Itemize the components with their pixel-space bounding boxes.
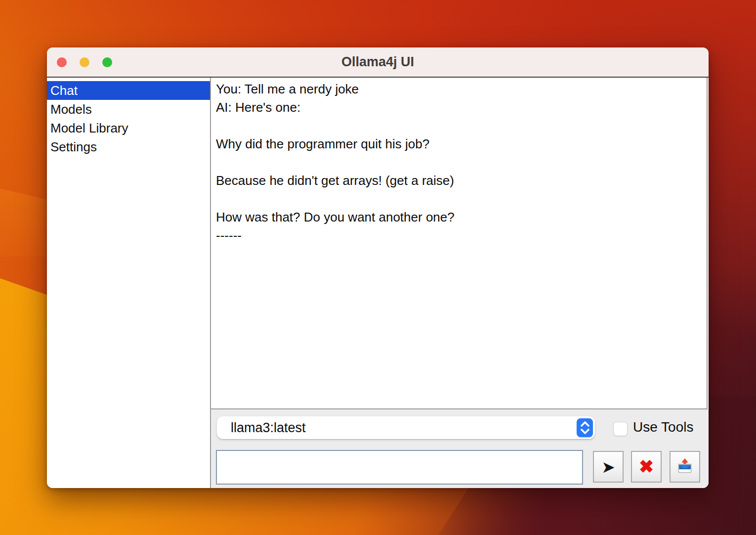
chat-pane: You: Tell me a nerdy joke AI: Here's one…: [211, 78, 709, 488]
send-icon: ➤: [601, 459, 615, 475]
model-select-value: llama3:latest: [217, 420, 577, 436]
close-button[interactable]: [57, 57, 67, 67]
use-tools-checkbox[interactable]: [613, 422, 628, 436]
sidebar-nav: Chat Models Model Library Settings: [47, 78, 211, 488]
export-outbox-icon: [676, 457, 694, 477]
minimize-button[interactable]: [80, 57, 89, 67]
window-content: Chat Models Model Library Settings You: …: [47, 77, 709, 488]
cancel-button[interactable]: ✖: [631, 451, 662, 483]
sidebar-item-chat[interactable]: Chat: [47, 81, 210, 100]
zoom-button[interactable]: [102, 57, 112, 67]
model-select[interactable]: llama3:latest: [217, 416, 595, 439]
message-input[interactable]: [216, 450, 583, 485]
sidebar-item-settings[interactable]: Settings: [47, 137, 210, 156]
sidebar-item-models[interactable]: Models: [47, 100, 210, 119]
export-button[interactable]: [670, 451, 700, 483]
sidebar-item-model-library[interactable]: Model Library: [47, 119, 210, 137]
titlebar[interactable]: Ollama4j UI: [47, 47, 709, 77]
traffic-lights: [57, 57, 112, 67]
bottom-control-panel: llama3:latest Use Tools ➤ ✖: [211, 409, 709, 488]
use-tools-label: Use Tools: [633, 419, 693, 435]
window-title: Ollama4j UI: [47, 54, 709, 70]
cancel-icon: ✖: [639, 458, 654, 476]
send-button[interactable]: ➤: [593, 451, 624, 483]
select-stepper-icon: [577, 418, 593, 437]
app-window: Ollama4j UI Chat Models Model Library Se…: [47, 47, 709, 488]
chat-transcript[interactable]: You: Tell me a nerdy joke AI: Here's one…: [211, 78, 708, 409]
